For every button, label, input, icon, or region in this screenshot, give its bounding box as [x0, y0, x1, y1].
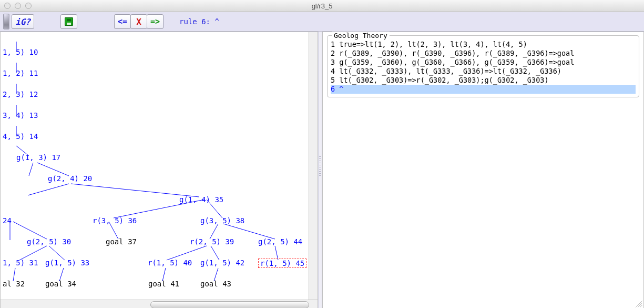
theory-line[interactable]: 4 lt(_G332, _G333), lt(_G333, _G336)=>lt…	[331, 67, 636, 76]
svg-line-21	[275, 246, 278, 260]
theory-line[interactable]: 5 lt(_G302, _G303)=>r(_G302, _G303);g(_G…	[331, 76, 636, 85]
tree-node[interactable]: al 32	[3, 280, 25, 288]
next-rule-label: =>	[150, 17, 160, 26]
prev-rule-button[interactable]: <=	[114, 14, 131, 29]
close-rule-button[interactable]: X	[130, 14, 147, 29]
pane-divider[interactable]	[318, 32, 322, 308]
theory-lines[interactable]: 1 true=>lt(1, 2), lt(2, 3), lt(3, 4), lt…	[328, 36, 639, 97]
tree-node[interactable]: r(3, 5) 36	[93, 216, 137, 225]
tree-node[interactable]: 1, 5) 10	[3, 48, 38, 56]
svg-line-20	[211, 246, 219, 260]
tree-node[interactable]: r(1, 5) 40	[148, 259, 192, 267]
tree-node[interactable]: 2, 3) 12	[3, 90, 38, 98]
svg-line-18	[49, 246, 65, 260]
traffic-lights	[4, 3, 32, 9]
window-title: gl/r3_5	[0, 2, 644, 10]
horizontal-scroll-thumb[interactable]	[150, 301, 309, 308]
tree-node[interactable]: goal 43	[200, 280, 231, 288]
tree-node[interactable]: g(1, 5) 42	[200, 259, 244, 267]
resize-grip-icon[interactable]	[635, 300, 642, 307]
tree-node[interactable]: 1, 5) 31	[3, 259, 38, 267]
tree-node[interactable]: g(2, 4) 20	[48, 174, 92, 183]
tree-node[interactable]: 1, 2) 11	[3, 69, 38, 77]
tree-node[interactable]: goal 41	[148, 280, 179, 288]
tree-node[interactable]: g(3, 5) 38	[200, 216, 244, 225]
theory-box: Geolog Theory 1 true=>lt(1, 2), lt(2, 3)…	[327, 35, 639, 97]
tree-node[interactable]: goal 37	[106, 237, 137, 246]
close-rule-label: X	[136, 17, 141, 27]
toolbar: iG? <= X => rule 6: ^	[0, 12, 644, 32]
workspace: 1, 5) 101, 2) 112, 3) 123, 4) 134, 5) 14…	[0, 32, 644, 308]
tree-node[interactable]: g(1, 5) 33	[45, 259, 89, 267]
prev-rule-label: <=	[118, 17, 127, 26]
floppy-disk-icon	[65, 17, 73, 26]
tree-node[interactable]: g(2, 5) 30	[27, 237, 71, 246]
help-button-label: iG?	[15, 17, 30, 27]
titlebar: gl/r3_5	[0, 0, 644, 12]
zoom-window-icon[interactable]	[25, 3, 32, 9]
svg-line-6	[29, 163, 33, 176]
svg-line-17	[19, 246, 47, 260]
save-button[interactable]	[60, 14, 77, 29]
svg-line-19	[167, 246, 207, 260]
minimize-window-icon[interactable]	[15, 3, 21, 9]
current-rule-text: rule 6: ^	[179, 17, 219, 26]
toolbar-grip-icon	[3, 14, 9, 29]
tree-node[interactable]: g(1, 4) 35	[179, 195, 223, 204]
horizontal-scrollbar[interactable]	[1, 300, 318, 308]
tree-node[interactable]: 24	[3, 216, 12, 225]
vertical-scrollbar[interactable]	[309, 32, 318, 300]
tree-node[interactable]: 4, 5) 14	[3, 132, 38, 141]
theory-line[interactable]: 6 ^	[331, 85, 636, 94]
theory-pane: Geolog Theory 1 true=>lt(1, 2), lt(2, 3)…	[322, 32, 644, 308]
theory-line[interactable]: 3 g(_G359, _G360), g(_G360, _G366), g(_G…	[331, 58, 636, 67]
help-button[interactable]: iG?	[12, 14, 34, 29]
tree-node[interactable]: 3, 4) 13	[3, 111, 38, 120]
tree-node[interactable]: r(1, 5) 45	[258, 259, 306, 268]
proof-tree-pane[interactable]: 1, 5) 101, 2) 112, 3) 123, 4) 134, 5) 14…	[0, 32, 318, 308]
theory-legend: Geolog Theory	[332, 32, 390, 39]
tree-node[interactable]: g(2, 5) 44	[258, 237, 302, 246]
svg-line-11	[13, 222, 47, 239]
tree-node[interactable]: goal 34	[45, 280, 76, 288]
svg-line-15	[210, 224, 218, 239]
svg-line-16	[223, 224, 275, 239]
tree-node[interactable]: r(2, 5) 39	[190, 237, 234, 246]
close-window-icon[interactable]	[4, 3, 11, 9]
svg-line-8	[28, 184, 69, 195]
theory-line[interactable]: 1 true=>lt(1, 2), lt(2, 3), lt(3, 4), lt…	[331, 40, 636, 49]
theory-line[interactable]: 2 r(_G389, _G390), r(_G390, _G396), r(_G…	[331, 49, 636, 58]
tree-node[interactable]: g(1, 3) 17	[16, 153, 60, 162]
next-rule-button[interactable]: =>	[147, 14, 163, 29]
